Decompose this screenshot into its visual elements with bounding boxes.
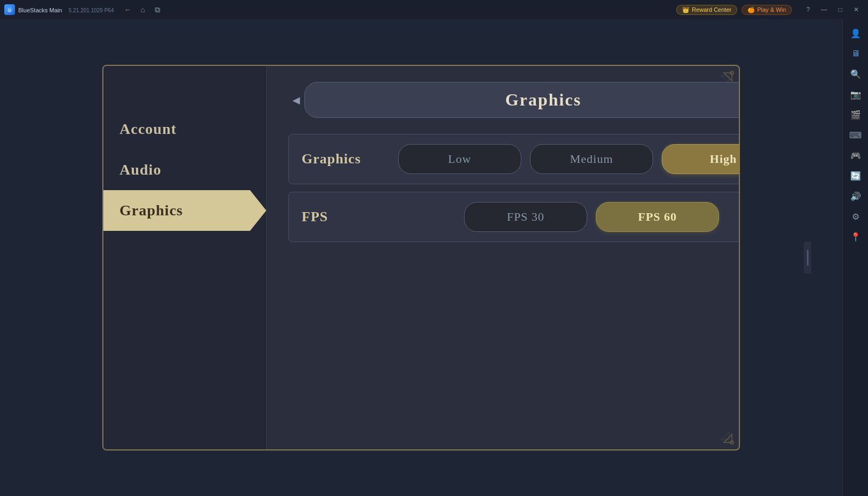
- sidebar-location-icon[interactable]: 📍: [846, 227, 865, 246]
- home-button[interactable]: ⌂: [136, 3, 149, 16]
- sidebar-rotation-icon[interactable]: 🔄: [846, 166, 865, 185]
- reward-icon: 👑: [682, 6, 690, 13]
- sidebar-search-icon[interactable]: 🔍: [846, 64, 865, 84]
- play-win-button[interactable]: 🍊 Play & Win: [742, 5, 792, 15]
- minimize-button[interactable]: —: [817, 3, 832, 16]
- title-bar-nav: ← ⌂ ⧉: [121, 3, 164, 16]
- title-bar: B BlueStacks Main 5.21.201.1029 P64 ← ⌂ …: [0, 0, 868, 19]
- graphics-row: Graphics Low Medium High: [288, 134, 740, 184]
- title-left-arrow[interactable]: ◀: [288, 92, 304, 108]
- title-bar-left: B BlueStacks Main 5.21.201.1029 P64 ← ⌂ …: [4, 3, 676, 16]
- main-area: Account Audio Graphics ◀ Graphics ▶ Gr: [0, 19, 842, 496]
- graphics-medium-button[interactable]: Medium: [530, 144, 653, 174]
- bookmark-button[interactable]: ⧉: [151, 3, 164, 16]
- graphics-low-button[interactable]: Low: [398, 144, 521, 174]
- help-button[interactable]: ?: [800, 3, 815, 16]
- svg-text:B: B: [8, 8, 11, 13]
- title-bar-right: 👑 Reward Center 🍊 Play & Win ? — □ ✕: [676, 3, 864, 16]
- nav-item-account[interactable]: Account: [103, 109, 266, 149]
- app-icon: B: [4, 4, 15, 15]
- right-sidebar: 👤 🖥 🔍 📷 🎬 ⌨ 🎮 🔄 🔊 ⚙ 📍: [842, 19, 868, 496]
- nav-item-audio[interactable]: Audio: [103, 149, 266, 190]
- graphics-row-label: Graphics: [302, 151, 398, 167]
- sidebar-media-icon[interactable]: 🎬: [846, 105, 865, 124]
- content-area: ◀ Graphics ▶ Graphics Low Medium High FP…: [267, 66, 740, 449]
- fps-row-label: FPS: [302, 209, 398, 225]
- toggle-line: [807, 250, 809, 266]
- app-name: BlueStacks Main 5.21.201.1029 P64: [18, 5, 114, 14]
- title-pill: Graphics: [304, 82, 740, 118]
- sidebar-profile-icon[interactable]: 👤: [846, 24, 865, 43]
- sidebar-keyboard-icon[interactable]: ⌨: [846, 125, 865, 145]
- content-title-bar: ◀ Graphics ▶: [288, 82, 740, 118]
- close-button[interactable]: ✕: [849, 3, 864, 16]
- content-title: Graphics: [505, 90, 581, 109]
- playin-icon: 🍊: [747, 6, 755, 13]
- reward-center-button[interactable]: 👑 Reward Center: [676, 5, 737, 15]
- side-toggle[interactable]: [804, 242, 811, 274]
- sidebar-gamepad-icon[interactable]: 🎮: [846, 146, 865, 165]
- fps-options: FPS 30 FPS 60: [398, 202, 740, 232]
- maximize-button[interactable]: □: [833, 3, 848, 16]
- graphics-high-button[interactable]: High: [662, 144, 740, 174]
- graphics-options: Low Medium High: [398, 144, 740, 174]
- sidebar-display-icon[interactable]: 🖥: [846, 44, 865, 63]
- nav-item-graphics[interactable]: Graphics: [103, 190, 266, 231]
- window-controls: ? — □ ✕: [800, 3, 864, 16]
- left-navigation: Account Audio Graphics: [103, 66, 267, 449]
- sidebar-camera-icon[interactable]: 📷: [846, 85, 865, 104]
- sidebar-volume-icon[interactable]: 🔊: [846, 186, 865, 206]
- fps-60-button[interactable]: FPS 60: [596, 202, 719, 232]
- fps-30-button[interactable]: FPS 30: [464, 202, 587, 232]
- settings-panel: Account Audio Graphics ◀ Graphics ▶ Gr: [102, 65, 740, 450]
- back-button[interactable]: ←: [121, 3, 134, 16]
- sidebar-settings-icon[interactable]: ⚙: [846, 207, 865, 226]
- fps-row: FPS FPS 30 FPS 60: [288, 192, 740, 242]
